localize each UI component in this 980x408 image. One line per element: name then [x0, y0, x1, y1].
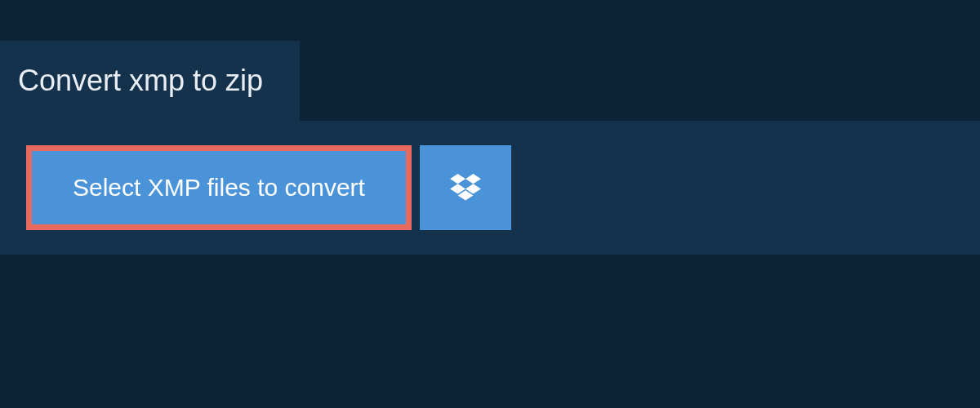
header-tab: Convert xmp to zip [0, 41, 300, 121]
select-files-button[interactable]: Select XMP files to convert [32, 151, 406, 224]
action-row: Select XMP files to convert [0, 121, 980, 255]
dropbox-icon [450, 174, 481, 202]
select-files-label: Select XMP files to convert [73, 174, 365, 202]
dropbox-button[interactable] [420, 145, 511, 230]
page-title: Convert xmp to zip [18, 64, 263, 98]
select-button-highlight: Select XMP files to convert [26, 145, 412, 230]
